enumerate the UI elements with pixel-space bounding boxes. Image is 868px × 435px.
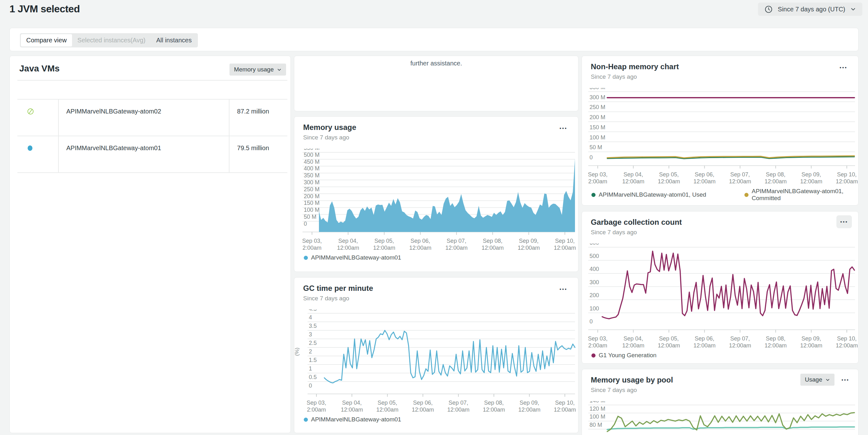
java-vms-title: Java VMs — [19, 64, 60, 74]
svg-text:0: 0 — [590, 154, 593, 161]
legend-item[interactable]: APIMMarvelNLBGateway-atom01 — [304, 254, 401, 261]
legend-dot — [591, 193, 595, 197]
svg-text:50 M: 50 M — [304, 214, 316, 220]
legend-item[interactable]: APIMMarvelNLBGateway-atom01 — [304, 416, 401, 423]
time-picker-label: Since 7 days ago (UTC) — [778, 6, 845, 13]
svg-text:Sep 03,2:00am: Sep 03,2:00am — [588, 172, 608, 185]
memory-pool-chart: 140 M120 M100 M80 MSep 03,2:00amSep 04,1… — [582, 401, 858, 435]
svg-text:300 M: 300 M — [590, 94, 605, 100]
svg-text:300 M: 300 M — [304, 179, 319, 186]
jvm-col-icon — [18, 80, 59, 99]
jvm-row-icon-cell[interactable] — [18, 99, 59, 136]
area-series — [319, 159, 575, 232]
svg-text:1.5: 1.5 — [309, 357, 317, 363]
svg-text:Sep 04,12:00am: Sep 04,12:00am — [622, 172, 645, 185]
svg-text:200 M: 200 M — [304, 193, 319, 199]
chart-menu-button[interactable]: ••• — [557, 122, 570, 134]
view-tabs: Compare viewSelected instances(Avg)All i… — [20, 33, 198, 48]
chart-legend: APIMMarvelNLBGateway-atom01 — [304, 254, 578, 261]
legend-item[interactable]: G1 Young Generation — [591, 352, 656, 359]
svg-text:Sep 08,12:00am: Sep 08,12:00am — [483, 400, 505, 413]
jvm-table-row[interactable]: APIMMarvelNLBGateway-atom0287.2 million — [18, 99, 287, 136]
chart-canvas: 550 M500 M450 M400 M350 M300 M250 M200 M… — [294, 149, 579, 252]
svg-text:550 M: 550 M — [304, 149, 319, 151]
tab-selected-instances-avg-: Selected instances(Avg) — [72, 34, 151, 46]
chevron-down-icon — [825, 377, 830, 382]
svg-text:80 M: 80 M — [590, 422, 602, 428]
non-heap-memory-card: Non-Heap memory chart Since 7 days ago •… — [582, 56, 859, 206]
memory-usage-card: Memory usage Since 7 days ago ••• 550 M5… — [294, 116, 579, 272]
svg-text:200: 200 — [590, 292, 599, 299]
tab-all-instances[interactable]: All instances — [151, 34, 197, 46]
svg-text:Sep 06,12:00am: Sep 06,12:00am — [693, 335, 716, 349]
deselected-icon — [27, 108, 34, 115]
svg-text:Sep 03,2:00am: Sep 03,2:00am — [588, 335, 608, 349]
chart-menu-button[interactable]: ••• — [837, 62, 850, 73]
svg-text:120 M: 120 M — [590, 406, 605, 412]
jvm-row-icon-cell[interactable] — [18, 136, 59, 173]
svg-text:100 M: 100 M — [590, 413, 605, 420]
chevron-down-icon — [850, 6, 856, 12]
svg-text:4.5: 4.5 — [309, 310, 317, 312]
selected-icon — [27, 145, 33, 152]
chart-legend: APIMMarvelNLBGateway-atom01 — [304, 416, 578, 423]
svg-text:150 M: 150 M — [590, 124, 605, 130]
chart-legend: APIMMarvelNLBGateway-atom01, UsedAPIMMar… — [591, 188, 858, 206]
line-series — [602, 251, 855, 319]
legend-item[interactable]: APIMMarvelNLBGateway-atom01, limit — [591, 205, 731, 206]
chart-subtitle: Since 7 days ago — [591, 386, 849, 394]
chart-subtitle: Since 7 days ago — [591, 229, 849, 236]
chart-menu-button[interactable]: ••• — [557, 283, 570, 295]
pool-usage-dropdown-button[interactable]: Usage — [800, 374, 835, 386]
metric-dropdown-button[interactable]: Memory usage — [229, 64, 286, 75]
legend-label: APIMMarvelNLBGateway-atom01, Committed — [752, 188, 858, 202]
svg-text:Sep 10,12:00am: Sep 10,12:00am — [554, 238, 576, 251]
time-picker[interactable]: Since 7 days ago (UTC) — [758, 3, 862, 16]
legend-dot — [304, 256, 308, 260]
svg-text:350 M: 350 M — [304, 172, 319, 179]
clock-icon — [764, 5, 773, 13]
svg-text:Sep 06,12:00am: Sep 06,12:00am — [412, 400, 434, 413]
chart-canvas: 350 M300 M250 M200 M150 M100 M50 M0Sep 0… — [582, 88, 859, 185]
java-vms-panel: Java VMs Memory usage APIMMarvelNLBGatew… — [9, 56, 291, 433]
svg-text:450 M: 450 M — [304, 159, 319, 165]
pool-usage-dropdown-label: Usage — [805, 376, 822, 383]
svg-text:350 M: 350 M — [590, 88, 605, 90]
svg-text:50 M: 50 M — [590, 144, 602, 151]
legend-item[interactable]: APIMMarvelNLBGateway-atom01, Used — [591, 188, 731, 202]
tab-compare-view[interactable]: Compare view — [21, 34, 72, 46]
jvm-row-name: APIMMarvelNLBGateway-atom02 — [59, 99, 229, 136]
svg-text:1: 1 — [309, 366, 312, 372]
svg-text:500: 500 — [590, 253, 599, 259]
svg-text:100 M: 100 M — [590, 134, 605, 141]
memory-usage-chart: 550 M500 M450 M400 M350 M300 M250 M200 M… — [294, 149, 578, 261]
svg-text:250 M: 250 M — [304, 186, 319, 192]
chart-subtitle: Since 7 days ago — [303, 295, 569, 302]
svg-text:Sep 07,12:00am: Sep 07,12:00am — [445, 238, 467, 251]
svg-text:Sep 09,12:00am: Sep 09,12:00am — [800, 335, 822, 349]
legend-dot — [304, 417, 308, 422]
gc-time-chart: 4.543.532.521.510.50Sep 03,2:00amSep 04,… — [294, 310, 578, 423]
svg-text:500 M: 500 M — [304, 152, 319, 158]
chart-title: Memory usage — [303, 123, 569, 132]
chart-canvas: 140 M120 M100 M80 MSep 03,2:00amSep 04,1… — [582, 401, 859, 435]
jvm-table-row[interactable]: APIMMarvelNLBGateway-atom0179.5 million — [18, 136, 287, 173]
chart-menu-button[interactable]: ••• — [839, 374, 852, 386]
svg-text:Sep 04,12:00am: Sep 04,12:00am — [337, 238, 359, 251]
svg-text:Sep 10,12:00am: Sep 10,12:00am — [836, 172, 858, 185]
chart-subtitle: Since 7 days ago — [303, 134, 569, 141]
svg-text:Sep 05,12:00am: Sep 05,12:00am — [658, 335, 680, 349]
chart-subtitle: Since 7 days ago — [591, 73, 849, 80]
svg-text:2: 2 — [309, 348, 312, 355]
svg-text:150 M: 150 M — [304, 200, 319, 206]
legend-item[interactable]: APIMMarvelNLBGateway-atom01, Committed — [744, 188, 858, 202]
chart-menu-button[interactable]: ••• — [836, 215, 852, 228]
info-card: further assistance. — [294, 56, 579, 111]
svg-text:4: 4 — [309, 314, 312, 320]
svg-text:600: 600 — [590, 243, 599, 246]
non-heap-memory-chart: 350 M300 M250 M200 M150 M100 M50 M0Sep 0… — [582, 88, 858, 206]
svg-text:Sep 09,12:00am: Sep 09,12:00am — [800, 172, 822, 185]
svg-text:Sep 06,12:00am: Sep 06,12:00am — [693, 172, 716, 185]
chart-title: Garbage collection count — [591, 218, 849, 227]
svg-text:Sep 08,12:00am: Sep 08,12:00am — [765, 172, 787, 185]
